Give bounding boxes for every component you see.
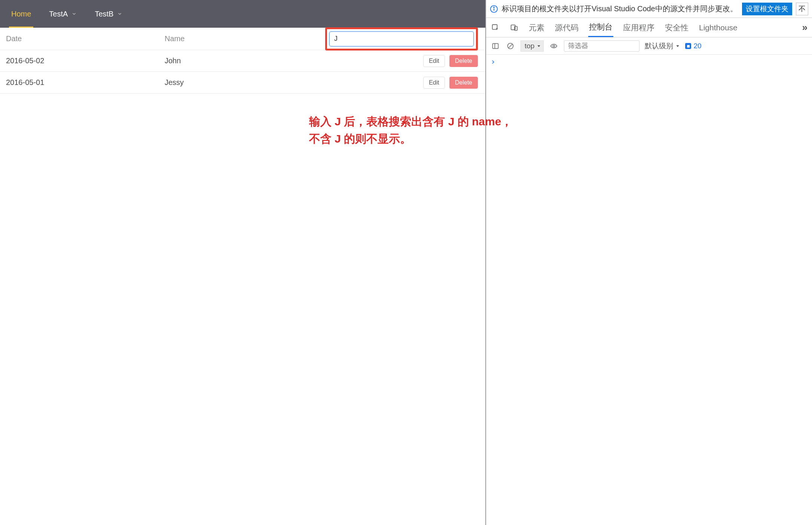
col-actions (311, 27, 485, 51)
tab-test-a[interactable]: TestA (40, 0, 86, 28)
tab-elements[interactable]: 元素 (528, 19, 545, 37)
app-panel: Home TestA TestB Date Name (0, 0, 486, 525)
chevron-down-icon (71, 11, 77, 16)
table-header: Date Name (0, 28, 485, 50)
tab-application[interactable]: 应用程序 (622, 19, 655, 37)
svg-marker-10 (538, 45, 540, 47)
tab-lighthouse[interactable]: Lighthouse (698, 19, 738, 36)
device-toggle-icon[interactable] (509, 23, 519, 33)
info-icon (490, 5, 498, 13)
table-row: 2016-05-01 Jessy Edit Delete (0, 72, 485, 94)
set-root-folder-button[interactable]: 设置根文件夹 (742, 3, 792, 15)
edit-button[interactable]: Edit (423, 55, 445, 67)
edit-button[interactable]: Edit (423, 77, 445, 89)
tab-home[interactable]: Home (2, 0, 40, 28)
devtools-panel: 标识项目的根文件夹以打开Visual Studio Code中的源文件并同步更改… (486, 0, 812, 525)
clear-console-icon[interactable] (506, 41, 515, 51)
console-toolbar: top 默认级别 ■ 20 (486, 37, 812, 55)
chevron-down-icon (117, 11, 122, 16)
tab-test-b[interactable]: TestB (86, 0, 131, 28)
log-level-selector[interactable]: 默认级别 (645, 41, 680, 51)
toggle-sidebar-icon[interactable] (491, 41, 500, 51)
tab-label: TestA (49, 10, 68, 18)
table-row: 2016-05-02 John Edit Delete (0, 50, 485, 72)
inspect-icon[interactable] (491, 23, 500, 33)
svg-marker-12 (677, 45, 679, 47)
scope-label: top (525, 42, 534, 50)
svg-point-11 (553, 45, 555, 47)
tab-label: Home (11, 10, 31, 18)
tabbar: Home TestA TestB (0, 0, 485, 28)
svg-rect-6 (493, 43, 498, 48)
table-body: 2016-05-02 John Edit Delete 2016-05-01 J… (0, 50, 485, 94)
devtools-tabs: 元素 源代码 控制台 应用程序 安全性 Lighthouse » (486, 18, 812, 37)
col-name: Name (165, 34, 311, 43)
search-input[interactable] (329, 31, 474, 46)
caret-down-icon (537, 44, 541, 48)
col-date: Date (0, 34, 165, 43)
tab-console[interactable]: 控制台 (588, 18, 613, 37)
delete-button[interactable]: Delete (449, 55, 478, 67)
cell-name: Jessy (165, 78, 311, 87)
notice-text: 标识项目的根文件夹以打开Visual Studio Code中的源文件并同步更改… (502, 4, 738, 14)
svg-line-9 (509, 44, 512, 48)
dismiss-notice-button[interactable]: 不 (796, 3, 808, 15)
delete-button[interactable]: Delete (449, 77, 478, 89)
caret-down-icon (675, 44, 680, 48)
tab-sources[interactable]: 源代码 (554, 19, 579, 37)
console-prompt-icon: › (490, 57, 495, 66)
devtools-notice-bar: 标识项目的根文件夹以打开Visual Studio Code中的源文件并同步更改… (486, 0, 812, 18)
console-filter-input[interactable] (564, 40, 639, 52)
issue-icon: ■ (685, 43, 691, 49)
execution-context-selector[interactable]: top (521, 40, 544, 52)
cell-name: John (165, 57, 311, 65)
annotation-text: 输入 J 后，表格搜索出含有 J 的 name， 不含 J 的则不显示。 (309, 113, 512, 147)
issues-count: 20 (693, 42, 701, 50)
cell-date: 2016-05-01 (0, 78, 165, 87)
data-table: Date Name 2016-05-02 John Edit Delete (0, 28, 485, 94)
search-highlight-box (325, 27, 478, 51)
tab-security[interactable]: 安全性 (664, 19, 689, 37)
console-body[interactable]: › (486, 55, 812, 525)
live-expression-icon[interactable] (549, 41, 559, 51)
svg-point-2 (494, 7, 494, 7)
tab-label: TestB (95, 10, 113, 18)
more-tabs-icon[interactable]: » (802, 22, 808, 33)
log-level-label: 默认级别 (645, 41, 673, 51)
issues-badge[interactable]: ■ 20 (685, 42, 701, 50)
cell-date: 2016-05-02 (0, 57, 165, 65)
